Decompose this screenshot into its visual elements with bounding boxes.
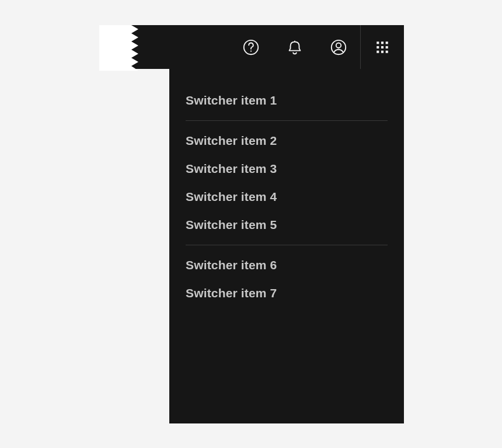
switcher-item-label: Switcher item 7 <box>186 286 277 300</box>
app-switcher-button[interactable] <box>360 25 404 69</box>
svg-point-1 <box>250 50 251 51</box>
svg-rect-6 <box>386 41 388 44</box>
header-actions <box>229 25 404 69</box>
switcher-item-label: Switcher item 2 <box>186 134 277 147</box>
app-switcher-icon <box>375 40 390 55</box>
notifications-button[interactable] <box>273 25 316 69</box>
divider <box>186 120 388 121</box>
svg-rect-9 <box>386 46 388 48</box>
switcher-item[interactable]: Switcher item 4 <box>169 183 404 211</box>
user-avatar-button[interactable] <box>316 25 360 69</box>
bell-icon <box>286 39 304 56</box>
switcher-item[interactable]: Switcher item 7 <box>169 279 404 307</box>
switcher-item-label: Switcher item 5 <box>186 218 277 231</box>
user-avatar-icon <box>330 39 347 56</box>
switcher-item-label: Switcher item 1 <box>186 93 277 107</box>
switcher-item[interactable]: Switcher item 3 <box>169 155 404 183</box>
switcher-item-label: Switcher item 4 <box>186 190 277 203</box>
app-switcher-panel: Switcher item 1 Switcher item 2 Switcher… <box>169 69 404 423</box>
switcher-item-label: Switcher item 6 <box>186 258 277 272</box>
switcher-item[interactable]: Switcher item 5 <box>169 211 404 239</box>
svg-rect-7 <box>376 46 379 48</box>
svg-rect-10 <box>376 50 379 53</box>
switcher-item-label: Switcher item 3 <box>186 162 277 175</box>
switcher-item[interactable]: Switcher item 2 <box>169 127 404 155</box>
svg-rect-11 <box>381 50 384 53</box>
svg-rect-5 <box>381 41 384 44</box>
svg-rect-8 <box>381 46 384 48</box>
help-button[interactable] <box>229 25 273 69</box>
svg-rect-4 <box>376 41 379 44</box>
switcher-item[interactable]: Switcher item 1 <box>169 86 404 114</box>
switcher-item[interactable]: Switcher item 6 <box>169 251 404 279</box>
divider <box>186 245 388 245</box>
svg-point-3 <box>336 43 340 47</box>
header-notch <box>99 25 131 71</box>
help-icon <box>242 39 260 56</box>
header-bar <box>99 25 404 69</box>
svg-rect-12 <box>386 50 388 53</box>
